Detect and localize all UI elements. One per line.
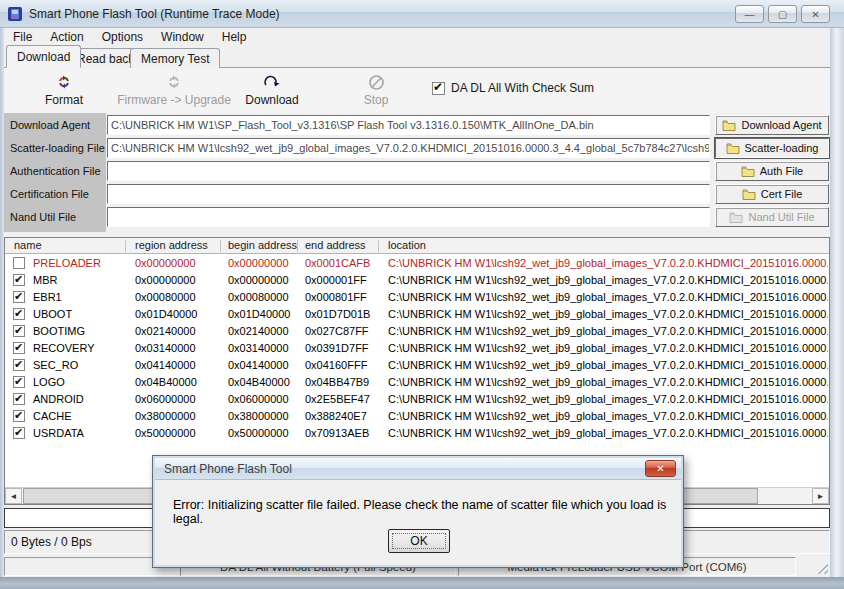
table-row[interactable]: ANDROID 0x06000000 0x06000000 0x2E5BEF47… <box>5 391 829 408</box>
menu-file[interactable]: File <box>4 29 41 45</box>
table-row[interactable]: MBR 0x00000000 0x00000000 0x000001FF C:\… <box>5 272 829 289</box>
region-address: 0x04140000 <box>135 359 196 371</box>
minimize-button[interactable]: — <box>735 5 764 23</box>
partition-name: ANDROID <box>33 393 84 405</box>
location-path: C:\UNBRICK HM W1\lcsh92_wet_jb9_global_i… <box>388 308 828 320</box>
row-checkbox[interactable] <box>13 291 25 303</box>
partition-name: EBR1 <box>33 291 62 303</box>
close-button[interactable]: ✕ <box>801 5 830 23</box>
region-address: 0x00000000 <box>135 257 196 269</box>
column-end-address[interactable]: end address <box>305 239 366 251</box>
row-checkbox[interactable] <box>13 342 25 354</box>
region-address: 0x38000000 <box>135 410 196 422</box>
table-row[interactable]: RECOVERY 0x03140000 0x03140000 0x0391D7F… <box>5 340 829 357</box>
partition-name: CACHE <box>33 410 72 422</box>
partition-name: USRDATA <box>33 427 84 439</box>
cert-file-input[interactable] <box>107 184 710 204</box>
row-checkbox[interactable] <box>13 410 25 422</box>
begin-address: 0x06000000 <box>228 393 289 405</box>
dialog-title: Smart Phone Flash Tool <box>164 462 292 476</box>
tab-memory-test[interactable]: Memory Test <box>130 48 220 68</box>
column-region-address[interactable]: region address <box>135 239 208 251</box>
table-row[interactable]: UBOOT 0x01D40000 0x01D40000 0x01D7D01B C… <box>5 306 829 323</box>
download-agent-input[interactable]: C:\UNBRICK HM W1\SP_Flash_Tool_v3.1316\S… <box>107 115 710 135</box>
menu-window[interactable]: Window <box>152 29 213 45</box>
column-divider <box>378 240 379 252</box>
table-row[interactable]: USRDATA 0x50000000 0x50000000 0x70913AEB… <box>5 425 829 442</box>
dialog-close-button[interactable]: ✕ <box>645 460 676 477</box>
scatter-file-input[interactable]: C:\UNBRICK HM W1\lcsh92_wet_jb9_global_i… <box>107 138 710 158</box>
row-checkbox[interactable] <box>13 325 25 337</box>
auth-file-input[interactable] <box>107 161 710 181</box>
table-row[interactable]: BOOTIMG 0x02140000 0x02140000 0x027C87FF… <box>5 323 829 340</box>
table-row[interactable]: EBR1 0x00080000 0x00080000 0x000801FF C:… <box>5 289 829 306</box>
begin-address: 0x03140000 <box>228 342 289 354</box>
end-address: 0x01D7D01B <box>305 308 370 320</box>
dialog-ok-button[interactable]: OK <box>388 529 450 553</box>
row-checkbox[interactable] <box>13 308 25 320</box>
row-checkbox[interactable] <box>13 427 25 439</box>
location-path: C:\UNBRICK HM W1\lcsh92_wet_jb9_global_i… <box>388 376 828 388</box>
region-address: 0x06000000 <box>135 393 196 405</box>
end-address: 0x027C87FF <box>305 325 369 337</box>
tab-strip: Download Read back Memory Test <box>4 45 830 68</box>
column-divider <box>297 240 298 252</box>
auth-file-browse-button[interactable]: Auth File <box>715 161 829 181</box>
end-address: 0x04BB47B9 <box>305 376 369 388</box>
nand-util-browse-button: Nand Util File <box>715 207 829 227</box>
row-checkbox[interactable] <box>13 359 25 371</box>
download-button[interactable]: Download <box>230 73 314 107</box>
location-path: C:\UNBRICK HM W1\lcsh92_wet_jb9_global_i… <box>388 257 828 269</box>
partition-name: RECOVERY <box>33 342 95 354</box>
menu-help[interactable]: Help <box>213 29 256 45</box>
row-checkbox[interactable] <box>13 376 25 388</box>
begin-address: 0x38000000 <box>228 410 289 422</box>
column-location[interactable]: location <box>388 239 426 251</box>
download-agent-browse-button[interactable]: Download Agent <box>715 115 829 135</box>
end-address: 0x0001CAFB <box>305 257 370 269</box>
title-bar: Smart Phone Flash Tool (Runtime Trace Mo… <box>0 0 844 28</box>
column-begin-address[interactable]: begin address <box>228 239 297 251</box>
end-address: 0x70913AEB <box>305 427 369 439</box>
folder-icon <box>729 212 743 223</box>
menu-action[interactable]: Action <box>41 29 92 45</box>
tab-download[interactable]: Download <box>6 45 81 68</box>
error-dialog: Smart Phone Flash Tool ✕ Error: Initiali… <box>152 455 684 568</box>
column-name[interactable]: name <box>14 239 42 251</box>
cert-file-browse-button[interactable]: Cert File <box>715 184 829 204</box>
end-address: 0x04160FFF <box>305 359 367 371</box>
menu-options[interactable]: Options <box>93 29 152 45</box>
region-address: 0x03140000 <box>135 342 196 354</box>
nand-util-input[interactable] <box>107 207 710 227</box>
table-row[interactable]: SEC_RO 0x04140000 0x04140000 0x04160FFF … <box>5 357 829 374</box>
folder-icon <box>742 189 756 200</box>
scroll-left-arrow-icon[interactable]: ◄ <box>5 488 22 504</box>
auth-file-label: Authentication File <box>10 165 106 177</box>
scatter-loading-browse-button[interactable]: Scatter-loading <box>715 138 829 158</box>
end-address: 0x2E5BEF47 <box>305 393 370 405</box>
scroll-right-arrow-icon[interactable]: ► <box>812 488 829 504</box>
row-checkbox[interactable] <box>13 393 25 405</box>
checksum-checkbox[interactable] <box>432 82 445 95</box>
scatter-file-label: Scatter-loading File <box>10 142 106 154</box>
window-title: Smart Phone Flash Tool (Runtime Trace Mo… <box>29 7 280 21</box>
window-border-bottom <box>0 577 844 589</box>
table-row[interactable]: LOGO 0x04B40000 0x04B40000 0x04BB47B9 C:… <box>5 374 829 391</box>
bytes-status: 0 Bytes / 0 Bps <box>11 535 92 549</box>
table-row[interactable]: PRELOADER 0x00000000 0x00000000 0x0001CA… <box>5 255 829 272</box>
close-icon: ✕ <box>656 463 664 474</box>
end-address: 0x0391D7FF <box>305 342 369 354</box>
row-checkbox[interactable] <box>13 257 25 269</box>
dialog-frame: Smart Phone Flash Tool ✕ Error: Initiali… <box>153 456 683 567</box>
maximize-button[interactable]: ▢ <box>768 5 797 23</box>
partition-name: SEC_RO <box>33 359 78 371</box>
partition-name: BOOTIMG <box>33 325 85 337</box>
resize-grip[interactable] <box>813 559 828 574</box>
checksum-label: DA DL All With Check Sum <box>451 81 594 95</box>
begin-address: 0x00000000 <box>228 274 289 286</box>
begin-address: 0x02140000 <box>228 325 289 337</box>
region-address: 0x04B40000 <box>135 376 197 388</box>
download-arrow-icon <box>230 73 314 91</box>
table-row[interactable]: CACHE 0x38000000 0x38000000 0x388240E7 C… <box>5 408 829 425</box>
row-checkbox[interactable] <box>13 274 25 286</box>
